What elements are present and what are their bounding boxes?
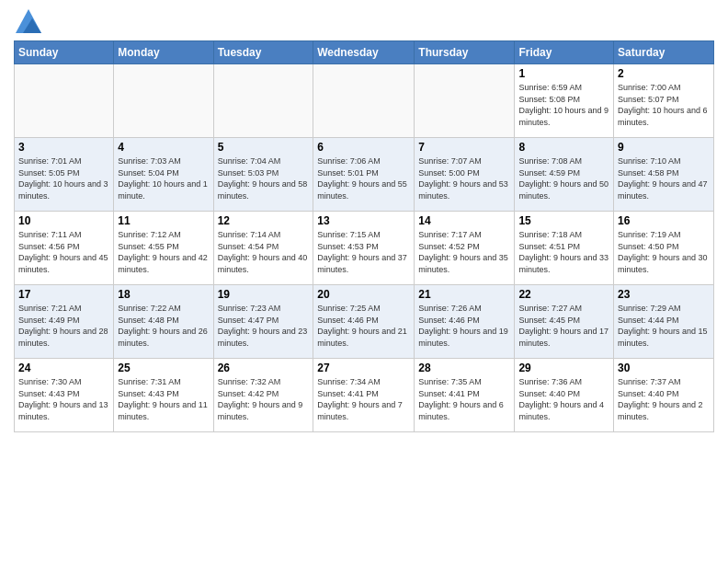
day-info: Sunrise: 7:00 AM Sunset: 5:07 PM Dayligh… [618,82,710,128]
calendar-week-3: 10Sunrise: 7:11 AM Sunset: 4:56 PM Dayli… [15,212,714,285]
day-info: Sunrise: 7:06 AM Sunset: 5:01 PM Dayligh… [317,155,410,201]
calendar-week-1: 1Sunrise: 6:59 AM Sunset: 5:08 PM Daylig… [15,64,714,138]
weekday-header-wednesday: Wednesday [313,41,415,64]
calendar-cell: 20Sunrise: 7:25 AM Sunset: 4:46 PM Dayli… [313,285,415,359]
day-info: Sunrise: 7:08 AM Sunset: 4:59 PM Dayligh… [518,155,609,201]
day-info: Sunrise: 7:30 AM Sunset: 4:43 PM Dayligh… [18,376,109,422]
calendar-cell: 24Sunrise: 7:30 AM Sunset: 4:43 PM Dayli… [15,359,114,432]
day-number: 30 [618,362,710,374]
day-number: 6 [317,141,410,154]
calendar-cell: 22Sunrise: 7:27 AM Sunset: 4:45 PM Dayli… [515,285,614,359]
calendar-cell: 28Sunrise: 7:35 AM Sunset: 4:41 PM Dayli… [415,359,515,432]
calendar-cell: 21Sunrise: 7:26 AM Sunset: 4:46 PM Dayli… [415,285,515,359]
calendar-cell [313,64,415,138]
day-number: 1 [518,67,609,80]
weekday-header-thursday: Thursday [415,41,515,64]
day-number: 26 [218,362,310,374]
day-number: 12 [218,214,310,227]
day-info: Sunrise: 7:37 AM Sunset: 4:40 PM Dayligh… [618,376,710,422]
day-number: 7 [418,141,510,154]
calendar-cell: 15Sunrise: 7:18 AM Sunset: 4:51 PM Dayli… [515,212,614,285]
calendar-week-5: 24Sunrise: 7:30 AM Sunset: 4:43 PM Dayli… [15,359,714,432]
day-info: Sunrise: 7:17 AM Sunset: 4:52 PM Dayligh… [418,229,510,275]
day-info: Sunrise: 7:14 AM Sunset: 4:54 PM Dayligh… [218,229,310,275]
day-number: 29 [518,362,609,374]
day-number: 5 [218,141,310,154]
day-info: Sunrise: 7:11 AM Sunset: 4:56 PM Dayligh… [18,229,109,275]
weekday-header-monday: Monday [114,41,213,64]
day-number: 9 [618,141,710,154]
day-number: 22 [518,288,609,301]
calendar-cell: 17Sunrise: 7:21 AM Sunset: 4:49 PM Dayli… [15,285,114,359]
day-number: 20 [317,288,410,301]
day-number: 15 [518,214,609,227]
calendar-cell: 30Sunrise: 7:37 AM Sunset: 4:40 PM Dayli… [614,359,714,432]
calendar-cell: 23Sunrise: 7:29 AM Sunset: 4:44 PM Dayli… [614,285,714,359]
header [14,9,714,33]
day-info: Sunrise: 7:23 AM Sunset: 4:47 PM Dayligh… [218,303,310,349]
day-info: Sunrise: 7:21 AM Sunset: 4:49 PM Dayligh… [18,303,109,349]
calendar-week-4: 17Sunrise: 7:21 AM Sunset: 4:49 PM Dayli… [15,285,714,359]
calendar-table: SundayMondayTuesdayWednesdayThursdayFrid… [14,40,714,432]
calendar-cell: 11Sunrise: 7:12 AM Sunset: 4:55 PM Dayli… [114,212,213,285]
day-info: Sunrise: 7:12 AM Sunset: 4:55 PM Dayligh… [118,229,209,275]
day-info: Sunrise: 7:25 AM Sunset: 4:46 PM Dayligh… [317,303,410,349]
calendar-cell: 18Sunrise: 7:22 AM Sunset: 4:48 PM Dayli… [114,285,213,359]
weekday-header-saturday: Saturday [614,41,714,64]
day-number: 10 [18,214,109,227]
day-info: Sunrise: 7:19 AM Sunset: 4:50 PM Dayligh… [618,229,710,275]
day-number: 25 [118,362,209,374]
day-number: 17 [18,288,109,301]
logo [14,9,41,33]
day-info: Sunrise: 7:07 AM Sunset: 5:00 PM Dayligh… [418,155,510,201]
day-info: Sunrise: 7:31 AM Sunset: 4:43 PM Dayligh… [118,376,209,422]
day-number: 11 [118,214,209,227]
day-info: Sunrise: 7:27 AM Sunset: 4:45 PM Dayligh… [518,303,609,349]
day-info: Sunrise: 7:32 AM Sunset: 4:42 PM Dayligh… [218,376,310,422]
day-info: Sunrise: 7:03 AM Sunset: 5:04 PM Dayligh… [118,155,209,201]
calendar-cell: 16Sunrise: 7:19 AM Sunset: 4:50 PM Dayli… [614,212,714,285]
weekday-header-sunday: Sunday [15,41,114,64]
day-number: 14 [418,214,510,227]
day-number: 24 [18,362,109,374]
calendar-cell: 14Sunrise: 7:17 AM Sunset: 4:52 PM Dayli… [415,212,515,285]
calendar-cell: 3Sunrise: 7:01 AM Sunset: 5:05 PM Daylig… [15,138,114,212]
day-number: 16 [618,214,710,227]
logo-icon [16,9,41,33]
day-number: 18 [118,288,209,301]
calendar-cell: 7Sunrise: 7:07 AM Sunset: 5:00 PM Daylig… [415,138,515,212]
calendar-cell [415,64,515,138]
calendar-cell: 2Sunrise: 7:00 AM Sunset: 5:07 PM Daylig… [614,64,714,138]
calendar-cell: 25Sunrise: 7:31 AM Sunset: 4:43 PM Dayli… [114,359,213,432]
day-info: Sunrise: 7:10 AM Sunset: 4:58 PM Dayligh… [618,155,710,201]
calendar-cell: 6Sunrise: 7:06 AM Sunset: 5:01 PM Daylig… [313,138,415,212]
calendar-cell [114,64,213,138]
day-info: Sunrise: 7:35 AM Sunset: 4:41 PM Dayligh… [418,376,510,422]
day-info: Sunrise: 7:34 AM Sunset: 4:41 PM Dayligh… [317,376,410,422]
day-info: Sunrise: 7:22 AM Sunset: 4:48 PM Dayligh… [118,303,209,349]
day-number: 2 [618,67,710,80]
calendar-cell [213,64,313,138]
logo-inner [14,9,41,33]
calendar-cell: 13Sunrise: 7:15 AM Sunset: 4:53 PM Dayli… [313,212,415,285]
day-number: 3 [18,141,109,154]
day-info: Sunrise: 7:26 AM Sunset: 4:46 PM Dayligh… [418,303,510,349]
calendar-cell: 8Sunrise: 7:08 AM Sunset: 4:59 PM Daylig… [515,138,614,212]
day-number: 4 [118,141,209,154]
calendar-cell: 5Sunrise: 7:04 AM Sunset: 5:03 PM Daylig… [213,138,313,212]
calendar-cell [15,64,114,138]
calendar-cell: 10Sunrise: 7:11 AM Sunset: 4:56 PM Dayli… [15,212,114,285]
calendar-cell: 26Sunrise: 7:32 AM Sunset: 4:42 PM Dayli… [213,359,313,432]
calendar-cell: 29Sunrise: 7:36 AM Sunset: 4:40 PM Dayli… [515,359,614,432]
day-info: Sunrise: 6:59 AM Sunset: 5:08 PM Dayligh… [518,82,609,128]
day-info: Sunrise: 7:01 AM Sunset: 5:05 PM Dayligh… [18,155,109,201]
calendar-week-2: 3Sunrise: 7:01 AM Sunset: 5:05 PM Daylig… [15,138,714,212]
day-number: 8 [518,141,609,154]
calendar-cell: 9Sunrise: 7:10 AM Sunset: 4:58 PM Daylig… [614,138,714,212]
day-number: 27 [317,362,410,374]
calendar-cell: 4Sunrise: 7:03 AM Sunset: 5:04 PM Daylig… [114,138,213,212]
day-info: Sunrise: 7:04 AM Sunset: 5:03 PM Dayligh… [218,155,310,201]
day-info: Sunrise: 7:15 AM Sunset: 4:53 PM Dayligh… [317,229,410,275]
day-number: 13 [317,214,410,227]
day-number: 28 [418,362,510,374]
